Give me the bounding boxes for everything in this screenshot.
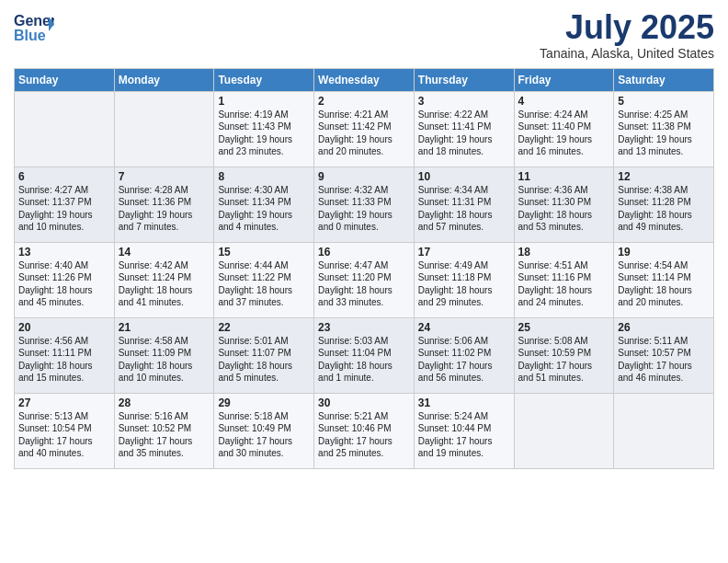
day-number: 8 bbox=[218, 170, 310, 183]
day-number: 25 bbox=[518, 321, 610, 334]
sunset-text: Sunset: 10:44 PM bbox=[418, 422, 510, 435]
table-row: 2Sunrise: 4:21 AMSunset: 11:42 PMDayligh… bbox=[314, 91, 415, 167]
calendar-week-row: 6Sunrise: 4:27 AMSunset: 11:37 PMDayligh… bbox=[15, 167, 714, 242]
location-title: Tanaina, Alaska, United States bbox=[540, 46, 714, 61]
sunrise-text: Sunrise: 4:34 AM bbox=[418, 184, 510, 197]
day-number: 19 bbox=[618, 246, 710, 259]
day-number: 14 bbox=[119, 246, 210, 259]
daylight-text: Daylight: 19 hours and 0 minutes. bbox=[318, 209, 410, 234]
sunset-text: Sunset: 11:24 PM bbox=[119, 271, 210, 284]
table-row: 5Sunrise: 4:25 AMSunset: 11:38 PMDayligh… bbox=[614, 91, 714, 167]
calendar-week-row: 13Sunrise: 4:40 AMSunset: 11:26 PMDaylig… bbox=[15, 242, 714, 317]
day-info: Sunrise: 5:16 AMSunset: 10:52 PMDaylight… bbox=[119, 410, 210, 460]
day-info: Sunrise: 5:06 AMSunset: 11:02 PMDaylight… bbox=[418, 335, 510, 385]
table-row: 29Sunrise: 5:18 AMSunset: 10:49 PMDaylig… bbox=[214, 393, 314, 468]
table-row: 24Sunrise: 5:06 AMSunset: 11:02 PMDaylig… bbox=[414, 317, 514, 393]
sunset-text: Sunset: 11:38 PM bbox=[618, 121, 710, 133]
sunrise-text: Sunrise: 4:44 AM bbox=[218, 259, 310, 272]
day-info: Sunrise: 4:28 AMSunset: 11:36 PMDaylight… bbox=[119, 184, 210, 234]
table-row: 26Sunrise: 5:11 AMSunset: 10:57 PMDaylig… bbox=[614, 317, 714, 393]
daylight-text: Daylight: 19 hours and 23 minutes. bbox=[218, 133, 310, 158]
sunrise-text: Sunrise: 5:13 AM bbox=[18, 410, 110, 423]
day-number: 4 bbox=[518, 95, 610, 108]
table-row: 23Sunrise: 5:03 AMSunset: 11:04 PMDaylig… bbox=[314, 317, 415, 393]
sunrise-text: Sunrise: 4:51 AM bbox=[518, 259, 610, 272]
sunset-text: Sunset: 11:07 PM bbox=[218, 347, 310, 360]
calendar-week-row: 1Sunrise: 4:19 AMSunset: 11:43 PMDayligh… bbox=[15, 91, 714, 167]
sunrise-text: Sunrise: 5:01 AM bbox=[218, 335, 310, 348]
sunrise-text: Sunrise: 4:49 AM bbox=[418, 259, 510, 272]
day-info: Sunrise: 4:25 AMSunset: 11:38 PMDaylight… bbox=[618, 109, 710, 158]
sunset-text: Sunset: 11:14 PM bbox=[618, 271, 710, 284]
day-number: 1 bbox=[218, 95, 310, 108]
sunrise-text: Sunrise: 4:19 AM bbox=[218, 109, 310, 121]
table-row: 16Sunrise: 4:47 AMSunset: 11:20 PMDaylig… bbox=[314, 242, 415, 317]
day-info: Sunrise: 4:54 AMSunset: 11:14 PMDaylight… bbox=[618, 259, 710, 309]
table-row: 9Sunrise: 4:32 AMSunset: 11:33 PMDayligh… bbox=[314, 167, 415, 242]
day-info: Sunrise: 4:58 AMSunset: 11:09 PMDaylight… bbox=[119, 335, 210, 385]
sunset-text: Sunset: 11:41 PM bbox=[418, 121, 510, 133]
table-row: 31Sunrise: 5:24 AMSunset: 10:44 PMDaylig… bbox=[414, 393, 514, 468]
day-info: Sunrise: 5:24 AMSunset: 10:44 PMDaylight… bbox=[418, 410, 510, 460]
sunset-text: Sunset: 10:52 PM bbox=[119, 422, 210, 435]
day-info: Sunrise: 4:42 AMSunset: 11:24 PMDaylight… bbox=[119, 259, 210, 309]
day-number: 10 bbox=[418, 170, 510, 183]
sunrise-text: Sunrise: 5:21 AM bbox=[318, 410, 410, 423]
daylight-text: Daylight: 18 hours and 53 minutes. bbox=[518, 209, 610, 234]
sunset-text: Sunset: 11:22 PM bbox=[218, 271, 310, 284]
sunrise-text: Sunrise: 4:21 AM bbox=[318, 109, 410, 121]
sunrise-text: Sunrise: 4:47 AM bbox=[318, 259, 410, 272]
sunset-text: Sunset: 11:33 PM bbox=[318, 196, 410, 209]
svg-text:General: General bbox=[14, 13, 54, 29]
calendar-header-row: Sunday Monday Tuesday Wednesday Thursday… bbox=[15, 68, 714, 91]
sunrise-text: Sunrise: 4:28 AM bbox=[119, 184, 210, 197]
daylight-text: Daylight: 18 hours and 49 minutes. bbox=[618, 209, 710, 234]
day-info: Sunrise: 4:40 AMSunset: 11:26 PMDaylight… bbox=[18, 259, 110, 309]
daylight-text: Daylight: 17 hours and 19 minutes. bbox=[418, 435, 510, 460]
day-number: 7 bbox=[119, 170, 210, 183]
sunrise-text: Sunrise: 4:42 AM bbox=[119, 259, 210, 272]
day-number: 2 bbox=[318, 95, 410, 108]
col-wednesday: Wednesday bbox=[314, 68, 415, 91]
day-info: Sunrise: 4:49 AMSunset: 11:18 PMDaylight… bbox=[418, 259, 510, 309]
sunset-text: Sunset: 11:20 PM bbox=[318, 271, 410, 284]
sunset-text: Sunset: 10:54 PM bbox=[18, 422, 110, 435]
day-number: 18 bbox=[518, 246, 610, 259]
daylight-text: Daylight: 19 hours and 16 minutes. bbox=[518, 133, 610, 158]
daylight-text: Daylight: 18 hours and 5 minutes. bbox=[218, 360, 310, 385]
sunrise-text: Sunrise: 5:11 AM bbox=[618, 335, 710, 348]
daylight-text: Daylight: 18 hours and 45 minutes. bbox=[18, 284, 110, 309]
table-row: 10Sunrise: 4:34 AMSunset: 11:31 PMDaylig… bbox=[414, 167, 514, 242]
sunrise-text: Sunrise: 4:40 AM bbox=[18, 259, 110, 272]
day-info: Sunrise: 4:47 AMSunset: 11:20 PMDaylight… bbox=[318, 259, 410, 309]
day-info: Sunrise: 4:44 AMSunset: 11:22 PMDaylight… bbox=[218, 259, 310, 309]
sunset-text: Sunset: 11:36 PM bbox=[119, 196, 210, 209]
table-row: 4Sunrise: 4:24 AMSunset: 11:40 PMDayligh… bbox=[514, 91, 614, 167]
calendar-week-row: 27Sunrise: 5:13 AMSunset: 10:54 PMDaylig… bbox=[15, 393, 714, 468]
day-info: Sunrise: 4:21 AMSunset: 11:42 PMDaylight… bbox=[318, 109, 410, 158]
daylight-text: Daylight: 19 hours and 10 minutes. bbox=[18, 209, 110, 234]
daylight-text: Daylight: 17 hours and 51 minutes. bbox=[518, 360, 610, 385]
day-info: Sunrise: 4:56 AMSunset: 11:11 PMDaylight… bbox=[18, 335, 110, 385]
sunrise-text: Sunrise: 4:38 AM bbox=[618, 184, 710, 197]
table-row: 15Sunrise: 4:44 AMSunset: 11:22 PMDaylig… bbox=[214, 242, 314, 317]
col-monday: Monday bbox=[114, 68, 214, 91]
sunset-text: Sunset: 11:16 PM bbox=[518, 271, 610, 284]
table-row bbox=[15, 91, 115, 167]
sunset-text: Sunset: 10:59 PM bbox=[518, 347, 610, 360]
day-info: Sunrise: 5:11 AMSunset: 10:57 PMDaylight… bbox=[618, 335, 710, 385]
table-row: 21Sunrise: 4:58 AMSunset: 11:09 PMDaylig… bbox=[114, 317, 214, 393]
sunset-text: Sunset: 11:31 PM bbox=[418, 196, 510, 209]
day-info: Sunrise: 5:01 AMSunset: 11:07 PMDaylight… bbox=[218, 335, 310, 385]
day-number: 13 bbox=[18, 246, 110, 259]
day-info: Sunrise: 4:22 AMSunset: 11:41 PMDaylight… bbox=[418, 109, 510, 158]
sunrise-text: Sunrise: 5:08 AM bbox=[518, 335, 610, 348]
col-thursday: Thursday bbox=[414, 68, 514, 91]
sunrise-text: Sunrise: 4:22 AM bbox=[418, 109, 510, 121]
sunrise-text: Sunrise: 4:24 AM bbox=[518, 109, 610, 121]
sunset-text: Sunset: 10:46 PM bbox=[318, 422, 410, 435]
sunset-text: Sunset: 11:11 PM bbox=[18, 347, 110, 360]
col-tuesday: Tuesday bbox=[214, 68, 314, 91]
col-sunday: Sunday bbox=[15, 68, 115, 91]
sunrise-text: Sunrise: 4:32 AM bbox=[318, 184, 410, 197]
